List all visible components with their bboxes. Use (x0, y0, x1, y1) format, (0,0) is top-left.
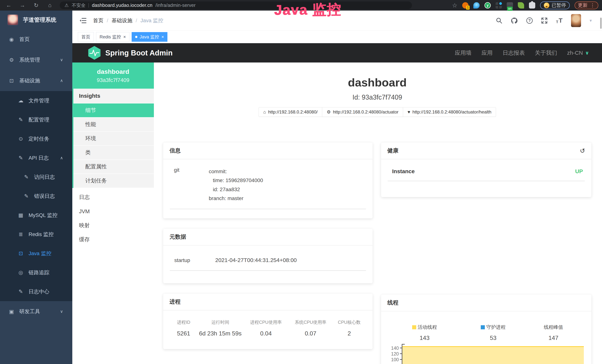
switch-extension-icon[interactable]: on (507, 2, 513, 9)
bookmark-star-icon[interactable]: ☆ (452, 2, 457, 9)
process-card: 进程 进程ID 运行时间 进程CPU使用率 系统CPU使用率 CPU核心数 (163, 294, 373, 349)
sidebar-item-error-log[interactable]: ✎ 错误日志 (0, 187, 72, 206)
sidebar-item-home[interactable]: ◉ 首页 (0, 29, 72, 50)
browser-menu-icon[interactable]: ⋮ (590, 2, 595, 8)
tab-home[interactable]: 首页 (78, 32, 94, 42)
sidebar-item-label: Redis 监控 (29, 231, 54, 238)
table-icon: ▦ (18, 212, 24, 218)
sba-menu-scheduled-tasks[interactable]: 计划任务 (74, 174, 154, 188)
history-icon[interactable]: ↺ (580, 147, 585, 154)
breadcrumb-separator: / (107, 18, 108, 23)
health-row-instance: Instance UP (388, 168, 585, 181)
val-uptime: 6d 23h 15m 59s (199, 330, 242, 337)
threads-chart: 140 120 100 (381, 344, 591, 364)
sba-menu-config-props[interactable]: 配置属性 (74, 160, 154, 174)
spring-boot-admin-logo (88, 46, 100, 60)
actuator-url-button[interactable]: ⚙ http://192.168.0.2:48080/actuator (322, 107, 403, 117)
sidebar-item-redis[interactable]: ≣ Redis 监控 (0, 225, 72, 244)
avatar[interactable] (571, 14, 581, 27)
sba-menu-environment[interactable]: 环境 (74, 132, 154, 146)
metadata-card: 元数据 startup 2021-04-27T00:44:31.254+08:0… (163, 229, 373, 283)
profile-paused-pill[interactable]: 已暂停 (540, 1, 570, 9)
sba-brand-title[interactable]: Spring Boot Admin (105, 49, 172, 57)
grid-extension-icon[interactable] (495, 2, 502, 9)
sba-menu-mappings[interactable]: 映射 (72, 218, 154, 233)
legend-daemon-threads: 守护进程 53 (479, 324, 507, 341)
sba-menu-jvm[interactable]: JVM (72, 204, 154, 218)
chart-plot-area (402, 344, 585, 364)
y-extension-icon[interactable]: y (484, 2, 491, 9)
sidebar-item-infra[interactable]: ⊡ 基础设施 ∧ (0, 70, 72, 91)
health-key: Instance (392, 168, 415, 174)
sidebar-item-system[interactable]: ⚙ 系统管理 ∨ (0, 50, 72, 70)
extension-icon[interactable]: 1 (462, 2, 469, 9)
sba-insights-label: Insights (74, 89, 154, 104)
sba-menu-metrics[interactable]: 性能 (74, 118, 154, 132)
sidebar-item-access-log[interactable]: ✎ 访问日志 (0, 167, 72, 187)
caret-down-icon[interactable]: ▾ (590, 18, 592, 23)
tab-redis-monitor[interactable]: Redis 监控 × (96, 32, 129, 42)
sidebar-item-label: 系统管理 (19, 56, 40, 64)
sidebar-item-jobs[interactable]: ⊙ 定时任务 (0, 129, 72, 148)
text-size-icon[interactable]: TT (556, 17, 562, 24)
back-icon[interactable]: ← (6, 2, 12, 9)
sba-language-select[interactable]: zh-CN ∨ (567, 50, 589, 56)
fullscreen-icon[interactable] (541, 17, 548, 24)
instance-url-button[interactable]: ⌂ http://192.168.0.2:48080/ (259, 107, 322, 117)
sidebar-item-mysql[interactable]: ▦ MySQL 监控 (0, 206, 72, 225)
reload-icon[interactable]: ↻ (33, 2, 39, 9)
info-card-title: 信息 (163, 142, 373, 159)
health-url-button[interactable]: ♥ http://192.168.0.2:48080/actuator/heal… (403, 107, 496, 117)
leaf-extension-icon[interactable] (518, 2, 524, 9)
sba-nav-applications[interactable]: 应用 (482, 49, 493, 57)
tab-java-monitor[interactable]: Java 监控 × (132, 32, 167, 42)
extension-badge: 1 (466, 6, 470, 10)
github-icon[interactable] (511, 17, 518, 24)
sba-menu-details[interactable]: 细节 (74, 104, 154, 118)
sidebar-item-files[interactable]: ☁ 文件管理 (0, 91, 72, 110)
sba-nav-journal[interactable]: 日志报表 (503, 49, 525, 57)
y-tick: 100 (388, 357, 399, 362)
url-host[interactable]: dashboard.yudao.iocoder.cn (92, 2, 152, 8)
browser-home-icon[interactable]: ⌂ (47, 2, 53, 9)
sba-nav-wallboard[interactable]: 应用墙 (455, 49, 472, 57)
chrome-update-button[interactable]: 更新 ⋮ (575, 1, 598, 9)
on-badge: on (507, 7, 513, 11)
wrench-icon: ⚙ (327, 109, 331, 115)
sidebar-item-dev-tools[interactable]: ▣ 研发工具 ∨ (0, 301, 72, 322)
sidebar-item-java-monitor[interactable]: ⊡ Java 监控 (0, 244, 72, 263)
forward-icon[interactable]: → (19, 2, 26, 9)
sba-nav-about[interactable]: 关于我们 (535, 49, 557, 57)
sba-menu-logs[interactable]: 日志 (72, 190, 154, 204)
legend-label: 守护进程 (486, 324, 505, 331)
info-row-git: git commit: time: 1596289704000 id: 27aa… (170, 167, 366, 209)
extensions-puzzle-icon[interactable] (529, 2, 535, 9)
address-bar[interactable]: ⚠ 不安全 dashboard.yudao.iocoder.cn /infra/… (60, 1, 412, 9)
val-process-cpu: 0.04 (242, 330, 290, 337)
help-icon[interactable]: ? (526, 17, 533, 24)
close-icon[interactable]: × (123, 34, 126, 40)
timer-icon: ⊙ (18, 136, 24, 142)
sidebar-item-api-log[interactable]: ✎ API 日志 ∧ (0, 148, 72, 167)
breadcrumb-infra[interactable]: 基础设施 (112, 17, 132, 24)
tick-mark (400, 359, 402, 360)
sidebar-item-config[interactable]: ✎ 配置管理 (0, 110, 72, 129)
val-pid: 5261 (169, 330, 199, 337)
sidebar-item-tracing[interactable]: ◎ 链路追踪 (0, 263, 72, 282)
scrollbar[interactable] (600, 18, 602, 29)
security-label[interactable]: 不安全 (72, 2, 86, 8)
sidebar-item-log-center[interactable]: ✎ 日志中心 (0, 282, 72, 301)
search-icon[interactable] (496, 17, 502, 24)
sba-menu-classes[interactable]: 类 (74, 146, 154, 160)
app-logo-row[interactable]: 芋道管理系统 (0, 11, 72, 29)
text-size-small: T (556, 20, 558, 24)
sidebar-fold-icon[interactable] (80, 18, 87, 23)
home-icon: ⌂ (263, 109, 266, 115)
sba-app-header[interactable]: dashboard 93a3fc7f7409 (72, 63, 154, 89)
close-icon[interactable]: × (161, 34, 164, 40)
url-path[interactable]: /infra/admin-server (155, 2, 196, 8)
pin-extension-icon[interactable] (473, 2, 480, 9)
breadcrumb-home[interactable]: 首页 (93, 17, 103, 24)
sba-menu-caches[interactable]: 缓存 (72, 233, 154, 247)
sba-insights-group: Insights 细节 性能 环境 类 配置属性 计划任务 (72, 89, 154, 188)
